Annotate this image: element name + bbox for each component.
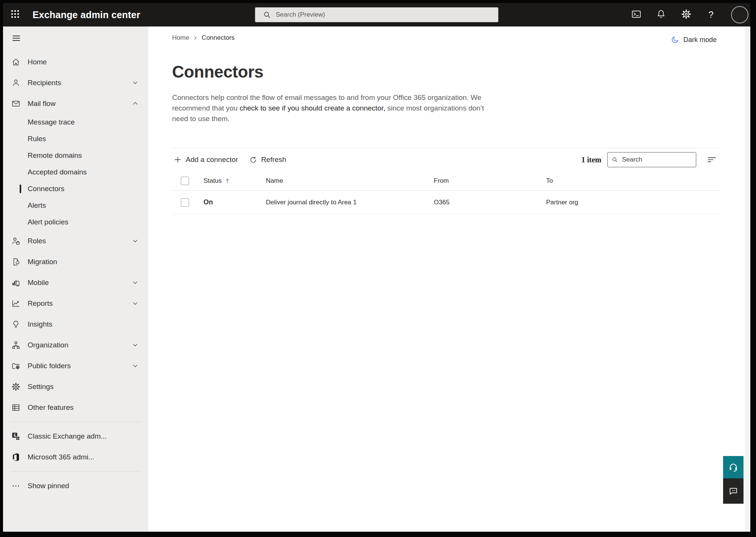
row-to: Partner org [546, 199, 720, 206]
sidebar-item-connectors-selected[interactable]: Connectors [3, 181, 148, 197]
global-search-box[interactable] [255, 7, 498, 22]
waffle-icon [10, 9, 20, 20]
sidebar-item-accepted-domains[interactable]: Accepted domains [3, 164, 148, 181]
list-toolbar: Add a connector Refresh 1 item [172, 148, 720, 171]
add-connector-label: Add a connector [186, 156, 238, 164]
chevron-down-icon [132, 300, 138, 307]
connectors-table: Status Name From To [172, 171, 720, 214]
breadcrumb-current: Connectors [202, 34, 234, 42]
add-connector-button[interactable]: Add a connector [172, 153, 239, 166]
column-header-from[interactable]: From [434, 177, 546, 185]
line-chart-icon [11, 299, 20, 308]
page-description: Connectors help control the flow of emai… [172, 92, 496, 124]
sidebar-item-show-pinned[interactable]: Show pinned [3, 475, 148, 496]
select-all-checkbox[interactable] [181, 177, 189, 185]
column-header-name[interactable]: Name [266, 177, 434, 185]
global-search-input[interactable] [276, 11, 494, 19]
bell-icon [656, 9, 666, 20]
sidebar-item-alert-policies[interactable]: Alert policies [3, 214, 148, 230]
sidebar-item-alerts[interactable]: Alerts [3, 197, 148, 214]
sidebar-item-label: Accepted domains [28, 168, 87, 176]
notifications-button[interactable] [656, 10, 666, 20]
chevron-down-icon [132, 279, 138, 286]
topbar-icon-group: ? [631, 3, 748, 26]
list-search-box[interactable] [607, 152, 696, 167]
chevron-down-icon [132, 238, 138, 244]
chevron-down-icon [132, 79, 138, 86]
cloud-shell-button[interactable] [631, 10, 641, 20]
table-header-row: Status Name From To [172, 171, 720, 191]
list-search-input[interactable] [622, 156, 692, 163]
person-briefcase-icon [11, 237, 20, 246]
sidebar-item-message-trace[interactable]: Message trace [3, 114, 148, 131]
gear-icon [11, 382, 20, 391]
sidebar-item-rules[interactable]: Rules [3, 131, 148, 147]
refresh-button[interactable]: Refresh [248, 153, 288, 166]
sidebar-item-label: Recipients [28, 79, 61, 87]
column-header-to[interactable]: To [546, 177, 720, 185]
sidebar-item-other-features[interactable]: Other features [3, 397, 148, 418]
toolbar-right-group: 1 item [581, 152, 720, 167]
sidebar-item-home[interactable]: Home [3, 51, 148, 72]
sidebar-item-recipients[interactable]: Recipients [3, 72, 148, 93]
sidebar-item-label: Classic Exchange adm... [28, 432, 107, 440]
page-title: Connectors [172, 62, 750, 82]
home-icon [11, 58, 20, 67]
vertical-scrollbar[interactable] [745, 26, 750, 532]
sidebar-item-remote-domains[interactable]: Remote domains [3, 147, 148, 164]
sidebar-item-label: Organization [28, 341, 68, 349]
selected-indicator [20, 185, 21, 193]
sidebar-item-roles[interactable]: Roles [3, 230, 148, 251]
settings-button[interactable] [681, 10, 691, 20]
refresh-label: Refresh [261, 156, 286, 164]
filter-lines-icon [707, 155, 717, 165]
sidebar-item-insights[interactable]: Insights [3, 314, 148, 335]
sidebar-item-migration[interactable]: Migration [3, 251, 148, 272]
breadcrumb-chevron-icon [193, 36, 198, 40]
sidebar-item-settings[interactable]: Settings [3, 376, 148, 397]
sidebar-item-public-folders[interactable]: Public folders [3, 355, 148, 376]
breadcrumb-home-link[interactable]: Home [172, 34, 189, 42]
app-launcher-button[interactable] [3, 3, 27, 26]
sidebar-item-label: Rules [28, 135, 46, 143]
sidebar-item-label: Message trace [28, 118, 75, 126]
sidebar-item-label: Mobile [28, 279, 49, 287]
help-button[interactable]: ? [706, 10, 716, 20]
ellipsis-icon [11, 481, 20, 490]
row-checkbox[interactable] [181, 198, 189, 207]
help-support-button[interactable] [723, 456, 744, 478]
description-link[interactable]: check to see if you should create a conn… [239, 104, 385, 112]
filter-sort-button[interactable] [707, 155, 717, 165]
sidebar-divider [11, 422, 141, 422]
sidebar-item-reports[interactable]: Reports [3, 293, 148, 314]
item-count: 1 item [581, 156, 601, 164]
sidebar-divider [11, 471, 141, 472]
sidebar-item-label: Public folders [28, 362, 71, 370]
sidebar-item-mobile[interactable]: Mobile [3, 272, 148, 293]
sidebar-item-label: Mail flow [28, 100, 56, 108]
chevron-down-icon [132, 363, 138, 369]
column-label: From [434, 177, 449, 185]
chat-bubble-icon [728, 486, 738, 496]
sidebar-item-classic-exchange-admin[interactable]: E Classic Exchange adm... [3, 426, 148, 447]
table-row[interactable]: On Deliver journal directly to Area 1 O3… [172, 191, 720, 214]
collapse-nav-button[interactable] [11, 34, 21, 44]
search-icon [612, 156, 618, 163]
column-header-status[interactable]: Status [203, 177, 266, 185]
table-grid-icon [11, 403, 20, 412]
hamburger-icon [12, 34, 21, 44]
sidebar-item-mail-flow[interactable]: Mail flow [3, 93, 148, 114]
row-name[interactable]: Deliver journal directly to Area 1 [266, 199, 434, 206]
feedback-button[interactable] [723, 478, 744, 504]
dark-mode-toggle[interactable]: Dark mode [671, 36, 717, 44]
sidebar-item-organization[interactable]: Organization [3, 335, 148, 355]
chevron-down-icon [132, 342, 138, 348]
sidebar-item-microsoft-365-admin[interactable]: Microsoft 365 admi... [3, 447, 148, 467]
left-navigation: Home Recipients Mail flow [3, 26, 148, 532]
row-status: On [203, 198, 266, 206]
envelope-icon [11, 99, 20, 108]
classic-exchange-logo-icon: E [11, 432, 20, 441]
account-avatar[interactable] [731, 6, 748, 23]
sidebar-item-label: Roles [28, 237, 46, 245]
sort-ascending-icon [225, 177, 230, 184]
